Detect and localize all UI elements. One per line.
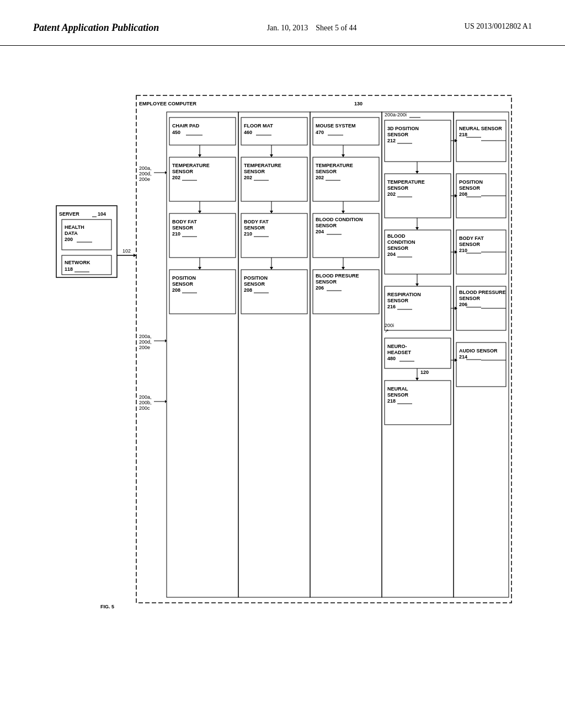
svg-marker-55 bbox=[198, 267, 201, 270]
svg-text:BLOOD: BLOOD bbox=[387, 233, 406, 239]
svg-text:470: 470 bbox=[316, 130, 324, 135]
svg-marker-41 bbox=[198, 154, 201, 157]
svg-text:SENSOR: SENSOR bbox=[387, 132, 409, 137]
svg-text:202: 202 bbox=[316, 175, 324, 180]
svg-marker-67 bbox=[270, 154, 273, 157]
header-center: Jan. 10, 2013 Sheet 5 of 44 bbox=[267, 22, 357, 34]
svg-text:480: 480 bbox=[387, 356, 396, 361]
svg-text:SERVER: SERVER bbox=[59, 211, 79, 217]
svg-text:SENSOR: SENSOR bbox=[244, 169, 265, 174]
svg-text:450: 450 bbox=[172, 130, 180, 135]
svg-text:200d,: 200d, bbox=[139, 339, 152, 345]
svg-text:NEURAL SENSOR: NEURAL SENSOR bbox=[459, 126, 502, 131]
diagram-svg: FIG. 5 SERVER 104 HEALTH DATA 200 NETWOR… bbox=[45, 68, 520, 647]
svg-text:200e: 200e bbox=[139, 345, 150, 350]
svg-text:SENSOR: SENSOR bbox=[316, 169, 337, 174]
diagram-container: FIG. 5 SERVER 104 HEALTH DATA 200 NETWOR… bbox=[45, 68, 520, 647]
svg-text:3D POSITION: 3D POSITION bbox=[387, 126, 419, 131]
svg-text:SENSOR: SENSOR bbox=[459, 296, 481, 301]
svg-text:FIG. 5: FIG. 5 bbox=[100, 604, 114, 609]
svg-marker-74 bbox=[270, 211, 273, 213]
svg-marker-138 bbox=[415, 171, 419, 174]
svg-text:118: 118 bbox=[65, 266, 73, 272]
svg-text:SENSOR: SENSOR bbox=[172, 169, 194, 174]
svg-text:200a,: 200a, bbox=[139, 334, 152, 339]
svg-text:BLOOD CONDITION: BLOOD CONDITION bbox=[316, 217, 363, 222]
svg-text:EMPLOYEE COMPUTER: EMPLOYEE COMPUTER bbox=[139, 101, 197, 106]
svg-text:210: 210 bbox=[459, 248, 467, 253]
svg-text:208: 208 bbox=[172, 287, 180, 293]
svg-rect-61 bbox=[238, 112, 310, 597]
svg-text:200a,: 200a, bbox=[139, 165, 152, 171]
svg-text:200b,: 200b, bbox=[139, 400, 152, 405]
svg-text:SENSOR: SENSOR bbox=[172, 281, 194, 287]
svg-text:RESPIRATION: RESPIRATION bbox=[387, 292, 421, 297]
svg-text:460: 460 bbox=[244, 130, 252, 135]
svg-text:218: 218 bbox=[459, 132, 467, 137]
svg-text:POSITION: POSITION bbox=[244, 275, 268, 281]
svg-text:SENSOR: SENSOR bbox=[387, 185, 409, 191]
publication-label: Patent Application Publication bbox=[33, 22, 159, 34]
svg-text:SENSOR: SENSOR bbox=[387, 392, 409, 398]
svg-text:212: 212 bbox=[387, 138, 396, 143]
svg-marker-107 bbox=[342, 267, 345, 270]
svg-marker-145 bbox=[415, 227, 419, 230]
svg-text:NEURO-: NEURO- bbox=[387, 344, 407, 349]
svg-text:218: 218 bbox=[387, 398, 396, 404]
svg-text:102: 102 bbox=[122, 248, 131, 254]
svg-text:NETWORK: NETWORK bbox=[65, 260, 90, 265]
svg-text:210: 210 bbox=[172, 231, 180, 237]
svg-text:210: 210 bbox=[244, 231, 252, 237]
svg-text:↗: ↗ bbox=[385, 328, 389, 334]
svg-text:208: 208 bbox=[244, 287, 252, 293]
svg-text:130: 130 bbox=[354, 101, 363, 106]
svg-text:AUDIO SENSOR: AUDIO SENSOR bbox=[459, 348, 498, 354]
svg-text:SENSOR: SENSOR bbox=[459, 242, 481, 247]
svg-text:202: 202 bbox=[387, 191, 396, 197]
svg-text:SENSOR: SENSOR bbox=[387, 298, 409, 303]
svg-marker-153 bbox=[415, 283, 419, 286]
svg-text:104: 104 bbox=[98, 211, 106, 217]
svg-text:CONDITION: CONDITION bbox=[387, 239, 415, 245]
svg-text:216: 216 bbox=[387, 304, 396, 309]
svg-rect-35 bbox=[167, 112, 238, 597]
svg-text:TEMPERATURE: TEMPERATURE bbox=[244, 163, 281, 168]
svg-marker-122 bbox=[415, 378, 419, 381]
svg-text:BLOOD PRESURE: BLOOD PRESURE bbox=[316, 273, 359, 279]
svg-text:204: 204 bbox=[387, 251, 396, 257]
svg-text:POSITION: POSITION bbox=[459, 179, 483, 185]
svg-text:202: 202 bbox=[244, 175, 252, 180]
svg-text:FLOOR MAT: FLOOR MAT bbox=[244, 123, 273, 129]
svg-text:SENSOR: SENSOR bbox=[172, 225, 194, 231]
svg-text:NEURAL: NEURAL bbox=[387, 386, 408, 392]
svg-text:SENSOR: SENSOR bbox=[244, 281, 265, 287]
svg-marker-48 bbox=[198, 211, 201, 213]
svg-text:BODY FAT: BODY FAT bbox=[172, 219, 197, 224]
patent-number: US 2013/0012802 A1 bbox=[465, 22, 532, 31]
svg-text:POSITION: POSITION bbox=[172, 275, 196, 281]
svg-text:MOUSE SYSTEM: MOUSE SYSTEM bbox=[316, 123, 356, 129]
svg-marker-81 bbox=[270, 267, 273, 270]
date-label: Jan. 10, 2013 bbox=[267, 24, 308, 32]
main-content: FIG. 5 SERVER 104 HEALTH DATA 200 NETWOR… bbox=[0, 46, 565, 669]
svg-marker-100 bbox=[342, 211, 345, 213]
svg-text:SENSOR: SENSOR bbox=[459, 185, 481, 191]
svg-marker-93 bbox=[342, 154, 345, 157]
page-header: Patent Application Publication Jan. 10, … bbox=[0, 0, 565, 46]
svg-text:TEMPERATURE: TEMPERATURE bbox=[316, 163, 353, 168]
svg-text:200d,: 200d, bbox=[139, 171, 152, 176]
svg-text:200c: 200c bbox=[139, 405, 150, 411]
svg-text:SENSOR: SENSOR bbox=[387, 245, 409, 251]
svg-text:204: 204 bbox=[316, 229, 324, 234]
svg-text:CHAIR PAD: CHAIR PAD bbox=[172, 123, 200, 129]
svg-text:BLOOD PRESSURE: BLOOD PRESSURE bbox=[459, 290, 506, 295]
svg-text:120: 120 bbox=[420, 370, 429, 375]
svg-text:200e: 200e bbox=[139, 176, 150, 182]
svg-text:208: 208 bbox=[459, 191, 467, 197]
svg-rect-87 bbox=[310, 112, 382, 597]
svg-text:SENSOR: SENSOR bbox=[316, 223, 337, 228]
svg-text:214: 214 bbox=[459, 354, 467, 360]
svg-text:HEADSET: HEADSET bbox=[387, 350, 412, 355]
svg-text:200a-200i: 200a-200i bbox=[385, 112, 407, 117]
svg-text:200: 200 bbox=[65, 237, 73, 242]
